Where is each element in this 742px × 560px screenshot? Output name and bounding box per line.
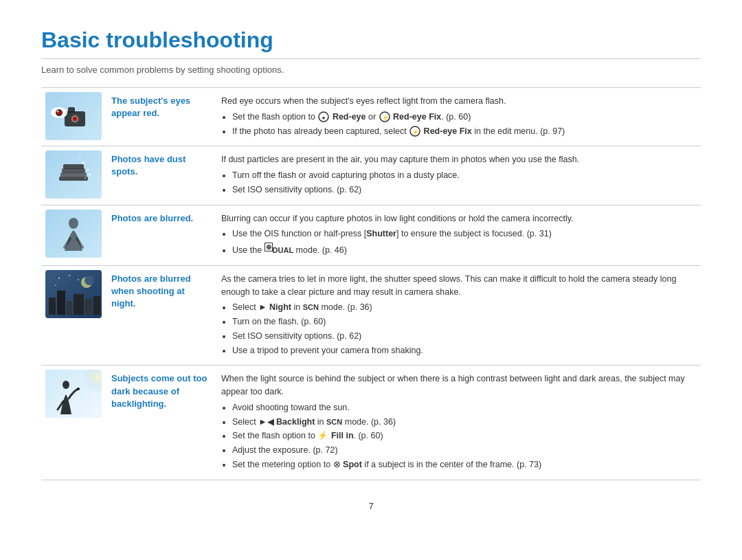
list-item: Set ISO sensitivity options. (p. 62)	[232, 183, 695, 197]
svg-rect-32	[57, 291, 65, 315]
backlight-bullets: Avoid shooting toward the sun. Select ►◀…	[221, 401, 695, 471]
table-row: Photos are blurred. Blurring can occur i…	[41, 205, 701, 265]
dust-content: If dust particles are present in the air…	[216, 146, 701, 205]
red-eye-label: The subject's eyes appear red.	[111, 96, 190, 118]
svg-rect-36	[93, 296, 100, 315]
svg-rect-33	[67, 301, 72, 315]
svg-point-45	[63, 381, 69, 389]
svg-point-23	[79, 158, 80, 159]
table-row: The subject's eyes appear red. Red eye o…	[41, 88, 701, 146]
list-item: Select ►◀ Backlight in SCN mode. (p. 36)	[232, 416, 695, 429]
svg-point-39	[58, 278, 60, 279]
svg-point-41	[78, 279, 79, 280]
svg-point-40	[69, 275, 70, 276]
night-label: Photos are blurred when shooting at nigh…	[111, 273, 191, 309]
dust-label: Photos have dust spots.	[111, 154, 186, 177]
svg-point-22	[87, 169, 89, 171]
table-row: Photos are blurred when shooting at nigh…	[41, 265, 701, 366]
svg-text:⚡: ⚡	[412, 128, 419, 135]
blurred-label: Photos are blurred.	[111, 213, 193, 223]
list-item: Use a tripod to prevent your camera from…	[232, 344, 695, 357]
dust-label-cell: Photos have dust spots.	[106, 146, 216, 205]
red-eye-icon	[45, 92, 102, 140]
night-description: As the camera tries to let in more light…	[221, 274, 676, 297]
svg-point-27	[69, 218, 78, 229]
blurred-content: Blurring can occur if you capture photos…	[216, 205, 701, 265]
backlight-label-cell: Subjects come out too dark because of ba…	[106, 366, 216, 480]
list-item: Set the flash option to ● Red-eye or ⚡ R…	[232, 111, 695, 124]
list-item: Turn off the flash or avoid capturing ph…	[232, 169, 695, 182]
list-item: Turn on the flash. (p. 60)	[232, 315, 695, 328]
row-icon-cell	[41, 265, 106, 366]
svg-rect-34	[74, 294, 84, 315]
table-row: Photos have dust spots. If dust particle…	[41, 146, 701, 205]
svg-point-25	[85, 177, 86, 179]
svg-point-38	[85, 276, 94, 285]
svg-point-47	[77, 388, 80, 390]
night-label-cell: Photos are blurred when shooting at nigh…	[106, 265, 216, 366]
list-item: Set the metering option to ⊗ Spot if a s…	[232, 458, 695, 471]
svg-text:●: ●	[322, 115, 326, 121]
row-icon-cell	[41, 205, 106, 265]
svg-rect-20	[63, 164, 84, 169]
list-item: Select ► Night in SCN mode. (p. 36)	[232, 301, 695, 314]
page-title: Basic troubleshooting	[41, 27, 701, 59]
svg-point-9	[57, 111, 59, 113]
red-eye-bullets: Set the flash option to ● Red-eye or ⚡ R…	[221, 111, 695, 138]
list-item: Set ISO sensitivity options. (p. 62)	[232, 330, 695, 343]
svg-rect-18	[60, 172, 87, 177]
row-icon-cell	[41, 88, 106, 146]
blurred-icon	[45, 210, 102, 258]
dust-description: If dust particles are present in the air…	[221, 155, 579, 164]
night-icon	[45, 270, 102, 318]
backlight-label: Subjects come out too dark because of ba…	[111, 373, 207, 408]
backlight-description: When the light source is behind the subj…	[221, 374, 685, 396]
backlight-content: When the light source is behind the subj…	[216, 366, 701, 480]
svg-point-5	[73, 117, 77, 121]
row-icon-cell	[41, 146, 106, 205]
list-item: Use the OIS function or half-press [Shut…	[232, 227, 695, 240]
backlight-icon	[45, 370, 102, 418]
red-eye-description: Red eye occurs when the subject's eyes r…	[221, 96, 506, 106]
svg-point-42	[55, 284, 56, 286]
svg-rect-19	[62, 168, 85, 173]
list-item: Avoid shooting toward the sun.	[232, 401, 695, 414]
list-item: Adjust the exposure. (p. 72)	[232, 444, 695, 457]
page-number: 7	[41, 501, 701, 511]
blurred-label-cell: Photos are blurred.	[106, 205, 216, 265]
red-eye-content: Red eye occurs when the subject's eyes r…	[216, 88, 701, 146]
blurred-bullets: Use the OIS function or half-press [Shut…	[221, 227, 695, 257]
list-item: If the photo has already been captured, …	[232, 125, 695, 138]
dust-icon	[45, 150, 102, 199]
svg-rect-31	[49, 298, 56, 315]
blurred-description: Blurring can occur if you capture photos…	[221, 214, 574, 223]
row-icon-cell	[41, 366, 106, 480]
red-eye-label-cell: The subject's eyes appear red.	[106, 88, 216, 146]
svg-text:⚡: ⚡	[382, 114, 389, 121]
svg-point-21	[82, 161, 85, 164]
table-row: Subjects come out too dark because of ba…	[41, 366, 701, 480]
dust-bullets: Turn off the flash or avoid capturing ph…	[221, 169, 695, 197]
svg-point-24	[89, 173, 91, 176]
svg-rect-2	[68, 107, 75, 113]
page-subtitle: Learn to solve common problems by settin…	[41, 65, 701, 75]
list-item: Use the ⊕DUAL mode. (p. 46)	[232, 242, 695, 257]
svg-rect-35	[85, 299, 92, 315]
troubleshooting-table: The subject's eyes appear red. Red eye o…	[41, 87, 701, 480]
list-item: Set the flash option to ⚡ Fill in. (p. 6…	[232, 429, 695, 443]
night-content: As the camera tries to let in more light…	[216, 265, 701, 366]
night-bullets: Select ► Night in SCN mode. (p. 36) Turn…	[221, 301, 695, 357]
